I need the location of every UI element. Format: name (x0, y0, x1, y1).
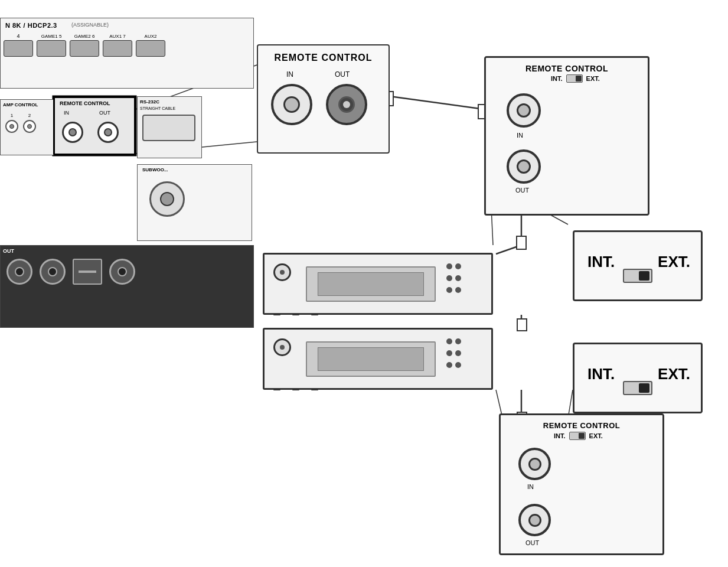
device-2-knob-dot (280, 345, 285, 350)
rc-panel-bottom-title: REMOTE CONTROL (501, 421, 662, 430)
rc-panel-bottom-int-label: INT. (554, 432, 566, 439)
toggle-switch-1[interactable] (623, 269, 652, 283)
rc-center-out-label: OUT (335, 70, 350, 79)
hdmi-port-label-aux2: AUX2 (139, 34, 162, 39)
rc-panel-top-out-jack (507, 149, 541, 184)
left-rc-in-connector-inner (68, 128, 77, 136)
rc-panel-bottom-int-ext-row: INT. EXT. (554, 432, 603, 440)
device-1-display-inner (318, 272, 424, 296)
device-2-knob (273, 338, 291, 356)
toggle-knob-1 (639, 271, 649, 281)
rc-panel-top-in-jack-inner (517, 103, 531, 118)
toggle-switch-2[interactable] (623, 381, 652, 395)
hdmi-port-group: 4 (4, 33, 33, 57)
amp-jack-1 (5, 120, 18, 133)
svg-line-9 (496, 245, 521, 254)
subwoofer-connector-inner (160, 192, 174, 206)
rc-panel-bottom-in-text: IN (527, 483, 534, 490)
hdmi-port-group: GAME2 6 (70, 34, 99, 57)
rc-panel-bottom-out-text: OUT (525, 539, 539, 546)
rc-panel-bottom-ext-label: EXT. (589, 432, 603, 439)
main-diagram: N 8K / HDCP2.3 (ASSIGNABLE) 4 GAME1 5 GA… (0, 0, 728, 567)
left-rc-out-connector-inner (104, 128, 112, 136)
hdmi-ports-row: 4 GAME1 5 GAME2 6 AUX1 7 AUX2 (4, 33, 165, 57)
device-2-display-inner (318, 347, 424, 371)
left-rc-out-label: OUT (99, 110, 110, 116)
left-rc-in-connector (62, 122, 83, 143)
hdmi-port-group: AUX1 7 (103, 34, 132, 57)
rc-panel-top-toggle-knob (576, 76, 582, 82)
rc-center-in-label: IN (286, 70, 293, 79)
hdmi-port-label-aux1: AUX1 7 (106, 34, 129, 39)
device-1-controls (273, 263, 291, 281)
rc-center-in-connector-inner (283, 96, 300, 113)
device-1-knob-dot (280, 270, 285, 275)
audio-device-2 (263, 328, 493, 390)
hdmi-sub-label: (ASSIGNABLE) (71, 22, 109, 28)
device-1-feet (273, 313, 318, 315)
int-label-1: INT. (587, 253, 615, 271)
hdmi-label: N 8K / HDCP2.3 (5, 22, 57, 29)
rc-panel-top-int-label: INT. (551, 75, 563, 82)
preout-jack-1 (6, 259, 32, 285)
toggle-knob-2 (639, 383, 649, 393)
ext-label-2: EXT. (658, 365, 690, 383)
int-label-2: INT. (587, 365, 615, 383)
hdmi-port-label-4: 4 (6, 33, 30, 39)
rc-center-in-connector (271, 84, 312, 125)
preout-jack-3 (109, 259, 135, 285)
amp-jack-label-2: 2 (28, 113, 31, 118)
rc-center-out-connector-inner (338, 96, 355, 113)
device-1-knob (273, 263, 291, 281)
amp-control-box: AMP CONTROL 1 2 (0, 99, 56, 155)
subwoofer-connector (149, 181, 185, 217)
rc-panel-top-title: REMOTE CONTROL (486, 64, 648, 73)
rc-panel-bottom-toggle-knob (579, 433, 585, 439)
preout-jack-2 (40, 259, 66, 285)
preout-label: OUT (3, 248, 14, 254)
device-2-controls (273, 338, 291, 356)
hdmi-port-4 (4, 40, 33, 57)
device-2-display (306, 341, 436, 377)
amp-jack-2 (23, 120, 36, 133)
rc-center-out-connector (326, 84, 367, 125)
hdmi-port-group: AUX2 (136, 34, 165, 57)
svg-rect-14 (517, 319, 527, 331)
device-1-display (306, 266, 436, 302)
preout-section: OUT (0, 245, 254, 328)
rc-panel-top-in-jack (507, 93, 541, 128)
subwoofer-label: SUBWOO... (142, 167, 168, 172)
device-1-buttons (446, 263, 461, 293)
ext-label-1: EXT. (658, 253, 690, 271)
preout-jacks-row (6, 259, 135, 285)
hdmi-section: N 8K / HDCP2.3 (ASSIGNABLE) 4 GAME1 5 GA… (0, 18, 254, 89)
rs232-label: RS-232C (140, 99, 159, 105)
rc-panel-top-ext-label: EXT. (586, 75, 600, 82)
device-2-feet (273, 388, 318, 390)
rc-panel-bottom-out-jack-inner (528, 514, 541, 527)
rs232-connector (142, 115, 195, 141)
hdmi-port-game2 (70, 40, 99, 57)
hdmi-port-group: GAME1 5 (37, 34, 66, 57)
rc-center-box: REMOTE CONTROL IN OUT (257, 44, 390, 154)
left-rc-box: REMOTE CONTROL IN OUT (53, 96, 136, 155)
audio-device-1 (263, 253, 493, 315)
rc-panel-top-in-text: IN (517, 132, 523, 139)
hdmi-port-aux2 (136, 40, 165, 57)
rc-panel-bottom-in-jack (518, 448, 551, 480)
amp-jack-label-1: 1 (11, 113, 13, 118)
left-rc-out-connector (97, 122, 119, 143)
hdmi-port-label-game1: GAME1 5 (40, 34, 63, 39)
rc-panel-bottom-in-jack-inner (528, 458, 541, 471)
rc-panel-top-out-text: OUT (515, 187, 529, 194)
left-rc-box-label: REMOTE CONTROL (60, 100, 110, 106)
amp-control-label: AMP CONTROL (3, 102, 38, 107)
rc-panel-top-int-ext-row: INT. EXT. (551, 74, 600, 83)
svg-rect-10 (517, 236, 526, 249)
rc-panel-bottom-toggle (569, 432, 586, 440)
rc-panel-bottom-out-jack (518, 504, 551, 536)
hdmi-port-aux1 (103, 40, 132, 57)
hdmi-port-game1 (37, 40, 66, 57)
device-2-buttons (446, 338, 461, 368)
rc-panel-top: REMOTE CONTROL INT. EXT. IN OUT (484, 56, 649, 216)
